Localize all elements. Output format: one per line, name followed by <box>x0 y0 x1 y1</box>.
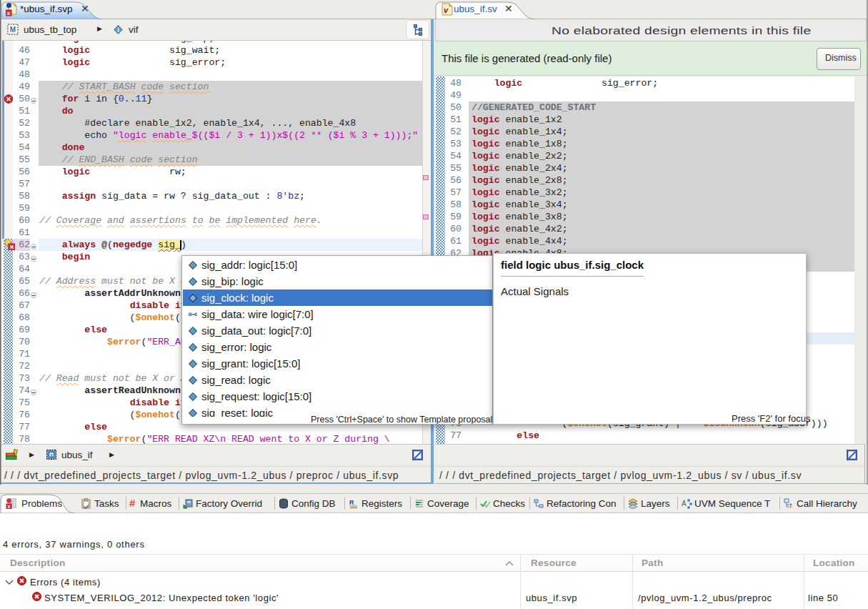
svg-text:i: i <box>51 452 52 459</box>
svg-text:i: i <box>117 26 119 34</box>
svg-text:M: M <box>10 26 16 34</box>
svg-text:v: v <box>444 6 449 14</box>
svg-text:R: R <box>349 499 354 506</box>
svg-text:x: x <box>7 10 11 16</box>
svg-text:x: x <box>8 504 11 509</box>
svg-text:A: A <box>682 500 687 508</box>
